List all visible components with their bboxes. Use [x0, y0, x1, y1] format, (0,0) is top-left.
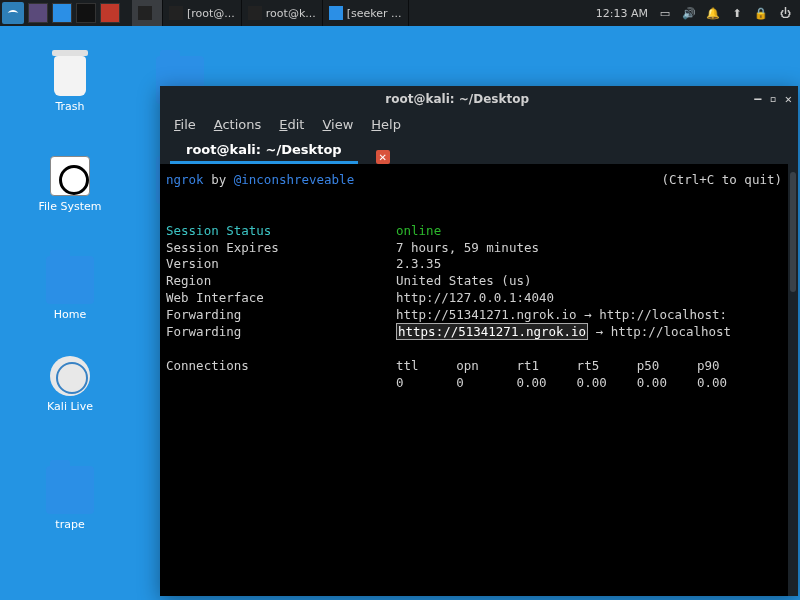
maximize-button[interactable]: ▫: [770, 92, 777, 106]
menu-view[interactable]: View: [322, 117, 353, 132]
clock[interactable]: 12:13 AM: [596, 7, 648, 20]
launcher-icon-4[interactable]: [100, 3, 120, 23]
taskbar: [root@... root@k... [seeker ... 12:13 AM…: [0, 0, 800, 26]
home-folder-icon[interactable]: Home: [30, 256, 110, 321]
task-item[interactable]: [root@...: [163, 0, 242, 26]
trash-glyph: [54, 56, 86, 96]
terminal-icon: [138, 6, 152, 20]
updates-icon[interactable]: ⬆: [730, 6, 744, 20]
scrollbar[interactable]: [788, 164, 798, 596]
launcher-icon-1[interactable]: [28, 3, 48, 23]
menu-file[interactable]: File: [174, 117, 196, 132]
scrollbar-thumb[interactable]: [790, 172, 796, 292]
trash-icon[interactable]: Trash: [30, 56, 110, 113]
task-item[interactable]: [seeker ...: [323, 0, 409, 26]
tabbar: root@kali: ~/Desktop ✕: [160, 136, 798, 164]
terminal-icon: [169, 6, 183, 20]
folder-glyph: [46, 466, 94, 514]
task-item[interactable]: [132, 0, 163, 26]
taskbar-left: [0, 0, 122, 26]
menu-edit[interactable]: Edit: [279, 117, 304, 132]
tab-close-button[interactable]: ✕: [376, 150, 390, 164]
terminal-window: root@kali: ~/Desktop — ▫ ✕ File Actions …: [160, 86, 798, 596]
taskbar-tasks: [root@... root@k... [seeker ...: [132, 0, 409, 26]
disc-glyph: [50, 356, 90, 396]
window-icon: [329, 6, 343, 20]
trape-folder-icon[interactable]: trape: [30, 466, 110, 531]
filesystem-glyph: [50, 156, 90, 196]
kali-menu-button[interactable]: [2, 2, 24, 24]
menu-help[interactable]: Help: [371, 117, 401, 132]
launcher-icon-3[interactable]: [76, 3, 96, 23]
launcher-icon-2[interactable]: [52, 3, 72, 23]
kalilive-icon[interactable]: Kali Live: [30, 356, 110, 413]
menubar: File Actions Edit View Help: [160, 112, 798, 136]
notification-icon[interactable]: 🔔: [706, 6, 720, 20]
power-icon[interactable]: ⏻: [778, 6, 792, 20]
folder-glyph: [46, 256, 94, 304]
menu-actions[interactable]: Actions: [214, 117, 262, 132]
volume-icon[interactable]: 🔊: [682, 6, 696, 20]
workspace-icon[interactable]: ▭: [658, 6, 672, 20]
terminal-output[interactable]: ngrok by @inconshreveable(Ctrl+C to quit…: [160, 164, 788, 596]
window-title: root@kali: ~/Desktop: [160, 92, 754, 106]
lock-icon[interactable]: 🔒: [754, 6, 768, 20]
terminal-tab[interactable]: root@kali: ~/Desktop: [170, 138, 358, 164]
task-item[interactable]: root@k...: [242, 0, 323, 26]
taskbar-right: 12:13 AM ▭ 🔊 🔔 ⬆ 🔒 ⏻: [596, 6, 800, 20]
window-titlebar[interactable]: root@kali: ~/Desktop — ▫ ✕: [160, 86, 798, 112]
filesystem-icon[interactable]: File System: [30, 156, 110, 213]
close-button[interactable]: ✕: [785, 92, 792, 106]
minimize-button[interactable]: —: [754, 92, 761, 106]
terminal-icon: [248, 6, 262, 20]
